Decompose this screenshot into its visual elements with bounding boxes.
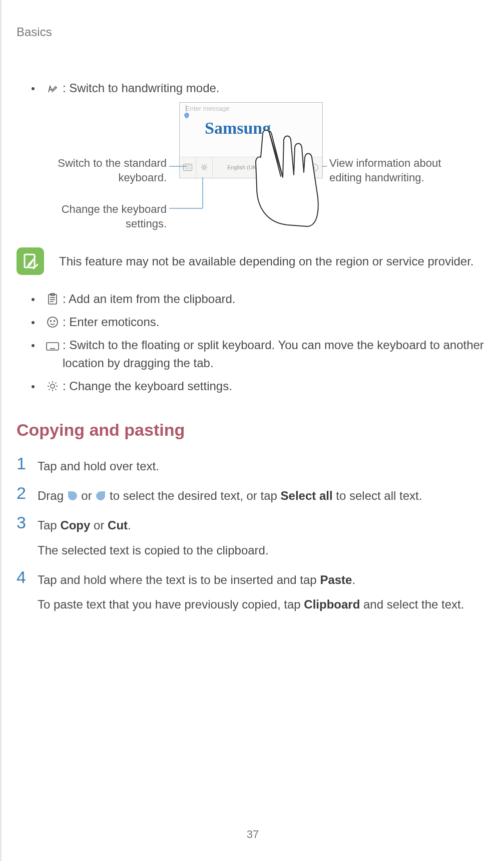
svg-point-33 [51, 384, 55, 388]
t: To paste text that you have previously c… [38, 598, 304, 611]
bullet-dot [32, 298, 35, 301]
paste-label: Paste [320, 573, 352, 587]
note-row: This feature may not be available depend… [17, 247, 489, 275]
note-text: This feature may not be available depend… [59, 254, 474, 268]
svg-point-20 [51, 321, 52, 322]
bullet-dot [32, 344, 35, 347]
bullet-emoticons: : Enter emoticons. [32, 313, 489, 331]
note-icon [17, 247, 44, 275]
input-placeholder: Enter message [186, 105, 229, 112]
t: . [352, 573, 355, 587]
cut-label: Cut [108, 518, 128, 532]
svg-line-8 [206, 165, 206, 165]
bullet-settings-text: : Change the keyboard settings. [63, 377, 489, 395]
step-3: 3 Tap Copy or Cut. The selected text is … [17, 514, 489, 559]
t: to select all text. [333, 489, 422, 502]
standard-keyboard-button[interactable] [180, 157, 196, 177]
selection-handle-right-icon [96, 491, 105, 500]
section-heading: Copying and pasting [17, 420, 489, 440]
svg-line-41 [56, 383, 57, 384]
step-body: Tap Copy or Cut. The selected text is co… [38, 514, 269, 559]
t: Tap and hold where the text is to be ins… [38, 573, 320, 587]
t: to select the desired text, or tap [106, 489, 280, 502]
bullet-clipboard-text: : Add an item from the clipboard. [63, 290, 489, 308]
step-1: 1 Tap and hold over text. [17, 455, 489, 475]
svg-point-21 [54, 321, 55, 322]
select-all-label: Select all [281, 489, 333, 502]
bullet-dot [32, 321, 35, 324]
svg-line-7 [202, 169, 202, 169]
clipboard-label: Clipboard [304, 598, 360, 611]
step-body: Drag or to select the desired text, or t… [38, 484, 422, 505]
svg-line-40 [49, 389, 50, 390]
step-subtext: The selected text is copied to the clipb… [38, 541, 269, 559]
step-number: 3 [17, 514, 38, 559]
step-4: 4 Tap and hold where the text is to be i… [17, 568, 489, 614]
clipboard-icon [46, 292, 60, 306]
bullet-settings: : Change the keyboard settings. [32, 377, 489, 395]
bullet-clipboard: : Add an item from the clipboard. [32, 290, 489, 308]
t: or [90, 518, 108, 532]
gear-icon [46, 379, 60, 393]
bullet-emoticons-text: : Enter emoticons. [63, 313, 489, 331]
bullet-dot [32, 385, 35, 388]
hand-illustration [252, 127, 322, 227]
svg-line-38 [49, 383, 50, 384]
bullet-handwriting-text: : Switch to handwriting mode. [63, 79, 489, 97]
page: Basics : Switch to handwriting mode. Ent… [0, 0, 504, 861]
handwriting-icon [46, 81, 60, 95]
emoticon-icon [46, 315, 60, 329]
step-number: 2 [17, 484, 38, 505]
step-number: 4 [17, 568, 38, 614]
t: or [78, 489, 96, 502]
svg-line-5 [202, 165, 202, 165]
keyboard-settings-button[interactable] [196, 157, 213, 177]
t: Tap [38, 518, 60, 532]
step-2: 2 Drag or to select the desired text, or… [17, 484, 489, 505]
page-number: 37 [2, 828, 504, 841]
floating-keyboard-icon [46, 339, 60, 353]
bullet-handwriting: : Switch to handwriting mode. [32, 79, 489, 97]
callout-view-info: View information about editing handwriti… [329, 156, 459, 185]
bullet-floating: : Switch to the floating or split keyboa… [32, 336, 489, 372]
section-header: Basics [17, 25, 489, 39]
bullet-floating-text: : Switch to the floating or split keyboa… [63, 336, 489, 372]
gear-icon [201, 164, 208, 171]
callout-change-settings: Change the keyboard settings. [37, 202, 167, 231]
diagram: Enter message Samsung English (UK) [17, 102, 489, 232]
step-number: 1 [17, 455, 38, 475]
copy-label: Copy [60, 518, 90, 532]
t: Drag [38, 489, 67, 502]
svg-point-0 [203, 166, 206, 169]
keyboard-icon [183, 164, 192, 171]
callout-standard-keyboard: Switch to the standard keyboard. [37, 156, 167, 185]
t: and select the text. [360, 598, 464, 611]
svg-line-39 [56, 389, 57, 390]
svg-line-6 [206, 169, 206, 169]
svg-point-19 [48, 317, 58, 327]
step-body: Tap and hold where the text is to be ins… [38, 568, 464, 614]
cursor-handle-icon [183, 112, 190, 119]
bullet-dot [32, 87, 35, 90]
selection-handle-left-icon [68, 491, 77, 500]
step-body: Tap and hold over text. [38, 455, 159, 475]
t: . [128, 518, 131, 532]
